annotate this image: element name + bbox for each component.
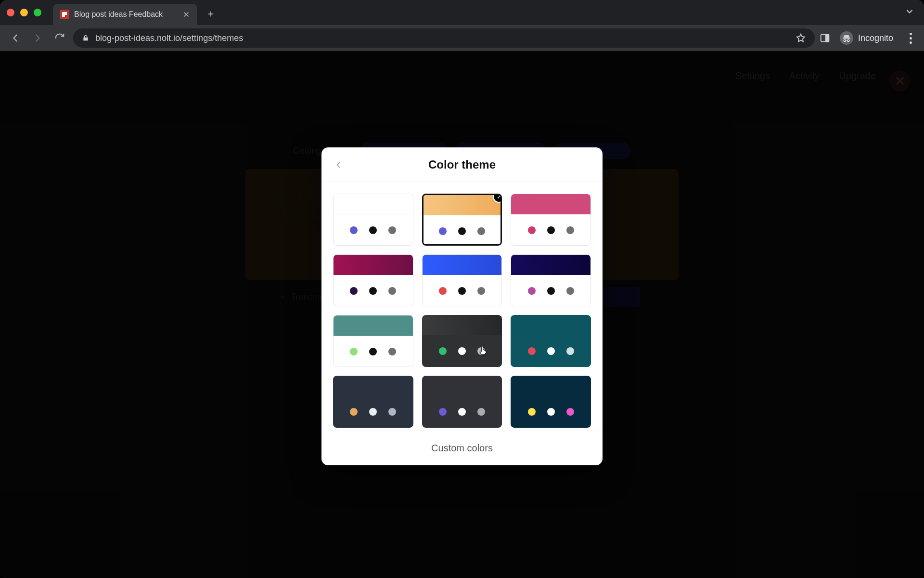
nav-forward-button[interactable] <box>29 29 46 47</box>
theme-dot <box>369 408 377 416</box>
theme-dot <box>388 408 396 416</box>
theme-dot <box>528 347 536 355</box>
custom-colors-button[interactable]: Custom colors <box>321 431 603 465</box>
page-viewport: Settings Activity Upgrade Getting starte… <box>0 51 924 578</box>
incognito-indicator[interactable]: Incognito <box>840 31 893 45</box>
theme-dot <box>566 287 574 295</box>
toolbar: blog-post-ideas.nolt.io/settings/themes … <box>0 25 924 51</box>
theme-body-swatch <box>511 335 591 367</box>
modal-header: Color theme <box>321 147 603 182</box>
theme-dot <box>439 287 447 295</box>
svg-rect-1 <box>826 35 829 42</box>
theme-dot <box>528 226 536 234</box>
window-minimize-button[interactable] <box>20 9 28 16</box>
modal-overlay[interactable]: Color theme ✓ Custom colors <box>0 51 924 578</box>
browser-menu-button[interactable] <box>904 33 917 44</box>
theme-dot <box>528 408 536 416</box>
theme-dot <box>547 347 555 355</box>
theme-dot <box>350 287 358 295</box>
bookmark-icon[interactable] <box>796 33 806 43</box>
browser-window: Blog post ideas Feedback blog-post-ideas… <box>0 0 924 578</box>
theme-body-swatch <box>423 275 502 306</box>
theme-option[interactable] <box>333 254 413 306</box>
theme-body-swatch <box>424 215 501 246</box>
theme-dot <box>477 408 485 416</box>
svg-point-3 <box>847 39 849 41</box>
tab-close-button[interactable] <box>182 10 191 19</box>
theme-body-swatch <box>511 275 590 306</box>
window-close-button[interactable] <box>7 9 14 16</box>
theme-dot <box>350 348 358 355</box>
theme-option[interactable] <box>422 254 502 306</box>
window-zoom-button[interactable] <box>34 9 41 16</box>
tab-overflow-button[interactable] <box>905 7 914 18</box>
theme-dot <box>458 287 466 295</box>
theme-dot <box>439 408 447 416</box>
theme-option[interactable] <box>422 376 502 428</box>
theme-dot <box>369 226 377 234</box>
theme-dot <box>458 227 466 235</box>
theme-grid: ✓ <box>321 182 603 431</box>
theme-dot <box>547 287 555 295</box>
theme-body-swatch <box>334 336 413 367</box>
theme-dot <box>528 287 536 295</box>
theme-body-swatch <box>334 214 413 246</box>
url-text: blog-post-ideas.nolt.io/settings/themes <box>95 33 243 43</box>
theme-option[interactable] <box>333 194 413 246</box>
theme-option[interactable] <box>422 315 502 367</box>
theme-dot <box>369 348 377 355</box>
theme-dot <box>477 227 485 235</box>
theme-option[interactable] <box>511 194 591 246</box>
theme-dot <box>566 347 574 355</box>
theme-body-swatch <box>422 396 502 428</box>
theme-header-swatch <box>511 376 591 396</box>
new-tab-button[interactable] <box>202 5 219 23</box>
theme-option[interactable] <box>333 376 413 428</box>
theme-header-swatch <box>334 255 413 275</box>
theme-dot <box>458 408 466 416</box>
nav-reload-button[interactable] <box>51 29 68 47</box>
tab-title: Blog post ideas Feedback <box>74 10 163 19</box>
theme-header-swatch <box>423 255 502 275</box>
nav-back-button[interactable] <box>7 29 24 47</box>
theme-option[interactable] <box>333 315 413 367</box>
tab-strip: Blog post ideas Feedback <box>0 0 924 25</box>
theme-dot <box>566 226 574 234</box>
theme-dot <box>566 408 574 416</box>
tab-favicon <box>60 10 69 19</box>
side-panel-icon[interactable] <box>820 33 830 43</box>
theme-body-swatch <box>511 214 590 246</box>
svg-point-2 <box>844 39 846 41</box>
theme-header-swatch <box>422 315 502 335</box>
incognito-label: Incognito <box>858 33 893 43</box>
theme-header-swatch <box>511 255 590 275</box>
lock-icon <box>82 34 90 42</box>
theme-body-swatch <box>511 396 591 428</box>
theme-body-swatch <box>334 275 413 306</box>
theme-option[interactable] <box>511 254 591 306</box>
modal-title: Color theme <box>428 158 496 171</box>
theme-dot <box>477 347 485 355</box>
browser-tab[interactable]: Blog post ideas Feedback <box>53 4 197 25</box>
theme-option[interactable] <box>511 376 591 428</box>
theme-dot <box>547 408 555 416</box>
theme-dot <box>547 226 555 234</box>
theme-body-swatch <box>333 396 413 428</box>
incognito-icon <box>840 31 853 45</box>
theme-dot <box>388 287 396 295</box>
theme-header-swatch <box>333 376 413 396</box>
theme-dot <box>369 287 377 295</box>
theme-dot <box>477 287 485 295</box>
theme-header-swatch <box>511 315 591 335</box>
window-controls <box>7 9 41 16</box>
theme-header-swatch <box>511 194 590 214</box>
theme-body-swatch <box>422 335 502 367</box>
theme-option[interactable] <box>511 315 591 367</box>
theme-dot <box>439 227 447 235</box>
color-theme-modal: Color theme ✓ Custom colors <box>321 147 603 465</box>
address-bar[interactable]: blog-post-ideas.nolt.io/settings/themes <box>73 28 815 48</box>
modal-back-button[interactable] <box>332 158 346 171</box>
theme-option[interactable]: ✓ <box>422 194 502 246</box>
theme-dot <box>388 348 396 355</box>
theme-dot <box>439 347 447 355</box>
